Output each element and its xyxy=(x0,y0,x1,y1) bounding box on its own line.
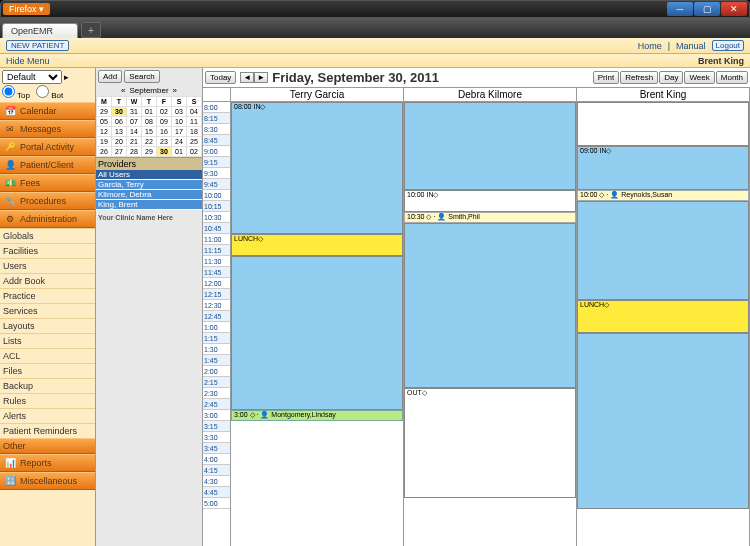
time-slot[interactable]: 11:15 xyxy=(203,245,230,256)
calendar-event[interactable]: 10:00 ◇ · 👤 Reynolds,Susan xyxy=(577,190,749,201)
sidebar-other-header[interactable]: Other xyxy=(0,438,95,454)
cal-day[interactable]: 01 xyxy=(172,147,187,157)
time-slot[interactable]: 8:00 xyxy=(203,102,230,113)
cal-day[interactable]: 09 xyxy=(157,117,172,127)
provider-column-body[interactable]: 09:00 IN◇10:00 ◇ · 👤 Reynolds,SusanLUNCH… xyxy=(577,102,749,542)
new-patient-button[interactable]: NEW PATIENT xyxy=(6,40,69,51)
sidebar-item[interactable]: Facilities xyxy=(0,243,95,258)
sidebar-item[interactable]: ⚙Administration xyxy=(0,210,95,228)
cal-day[interactable]: 12 xyxy=(97,127,112,137)
time-slot[interactable]: 1:45 xyxy=(203,355,230,366)
cal-day[interactable]: 24 xyxy=(172,137,187,147)
cal-day[interactable]: 22 xyxy=(142,137,157,147)
bot-radio[interactable]: Bot xyxy=(36,85,63,100)
sidebar-item[interactable]: Globals xyxy=(0,228,95,243)
cal-day[interactable]: 29 xyxy=(142,147,157,157)
calendar-event[interactable]: 08:00 IN◇ xyxy=(231,102,403,234)
time-slot[interactable]: 2:15 xyxy=(203,377,230,388)
manual-link[interactable]: Manual xyxy=(676,41,706,51)
sidebar-item[interactable]: Addr Book xyxy=(0,273,95,288)
provider-item[interactable]: All Users xyxy=(96,170,202,180)
window-minimize[interactable]: ─ xyxy=(667,2,693,16)
cal-day[interactable]: 27 xyxy=(112,147,127,157)
time-slot[interactable]: 9:30 xyxy=(203,168,230,179)
cal-day[interactable]: 05 xyxy=(97,117,112,127)
provider-column-body[interactable]: 10:00 IN◇10:30 ◇ · 👤 Smith,PhilOUT◇ xyxy=(404,102,576,542)
theme-select[interactable]: Default xyxy=(2,70,62,84)
calendar-event[interactable]: 3:00 ◇ · 👤 Montgomery,Lindsay xyxy=(231,410,403,421)
search-button[interactable]: Search xyxy=(124,70,159,83)
print-button[interactable]: Print xyxy=(593,71,619,84)
mini-calendar[interactable]: MTWTFSS293031010203040506070809101112131… xyxy=(96,96,202,157)
time-slot[interactable]: 8:45 xyxy=(203,135,230,146)
sidebar-item[interactable]: 📊Reports xyxy=(0,454,95,472)
time-slot[interactable]: 12:15 xyxy=(203,289,230,300)
provider-column-header[interactable]: Brent King xyxy=(577,88,749,102)
time-slot[interactable]: 11:45 xyxy=(203,267,230,278)
provider-item[interactable]: King, Brent xyxy=(96,200,202,210)
sidebar-item[interactable]: ✉Messages xyxy=(0,120,95,138)
week-view-button[interactable]: Week xyxy=(684,71,714,84)
time-slot[interactable]: 8:30 xyxy=(203,124,230,135)
time-slot[interactable]: 11:30 xyxy=(203,256,230,267)
sidebar-item[interactable]: 🔑Portal Activity xyxy=(0,138,95,156)
time-slot[interactable]: 1:00 xyxy=(203,322,230,333)
calendar-event[interactable]: LUNCH◇ xyxy=(231,234,403,256)
home-link[interactable]: Home xyxy=(638,41,662,51)
calendar-event[interactable] xyxy=(231,256,403,410)
calendar-event[interactable]: 10:00 IN◇ xyxy=(404,190,576,212)
cal-day[interactable]: 17 xyxy=(172,127,187,137)
new-tab-button[interactable]: + xyxy=(81,22,101,38)
sidebar-item[interactable]: Layouts xyxy=(0,318,95,333)
hide-menu-link[interactable]: Hide Menu xyxy=(6,56,50,66)
time-slot[interactable]: 3:15 xyxy=(203,421,230,432)
sidebar-item[interactable]: 📅Calendar xyxy=(0,102,95,120)
calendar-event[interactable]: LUNCH◇ xyxy=(577,300,749,333)
time-slot[interactable]: 4:15 xyxy=(203,465,230,476)
select-toggle-icon[interactable]: ▸ xyxy=(64,72,69,82)
calendar-event[interactable] xyxy=(577,333,749,509)
provider-item[interactable]: Kilmore, Debra xyxy=(96,190,202,200)
add-button[interactable]: Add xyxy=(98,70,122,83)
time-slot[interactable]: 5:00 xyxy=(203,498,230,509)
time-slot[interactable]: 12:30 xyxy=(203,300,230,311)
cal-day[interactable]: 04 xyxy=(187,107,202,117)
cal-day[interactable]: 23 xyxy=(157,137,172,147)
next-day-button[interactable]: ► xyxy=(254,72,268,83)
cal-day[interactable]: 29 xyxy=(97,107,112,117)
cal-day[interactable]: 26 xyxy=(97,147,112,157)
time-slot[interactable]: 10:30 xyxy=(203,212,230,223)
window-maximize[interactable]: ▢ xyxy=(694,2,720,16)
time-slot[interactable]: 10:15 xyxy=(203,201,230,212)
cal-day[interactable]: 19 xyxy=(97,137,112,147)
time-slot[interactable]: 1:15 xyxy=(203,333,230,344)
sidebar-item[interactable]: Files xyxy=(0,363,95,378)
time-slot[interactable]: 4:30 xyxy=(203,476,230,487)
top-radio[interactable]: Top xyxy=(2,85,30,100)
sidebar-item[interactable]: 💵Fees xyxy=(0,174,95,192)
cal-day[interactable]: 16 xyxy=(157,127,172,137)
cal-day[interactable]: 21 xyxy=(127,137,142,147)
time-slot[interactable]: 9:45 xyxy=(203,179,230,190)
sidebar-item[interactable]: Practice xyxy=(0,288,95,303)
time-slot[interactable]: 10:45 xyxy=(203,223,230,234)
time-slot[interactable]: 8:15 xyxy=(203,113,230,124)
cal-day[interactable]: 15 xyxy=(142,127,157,137)
cal-day[interactable]: 20 xyxy=(112,137,127,147)
time-slot[interactable]: 10:00 xyxy=(203,190,230,201)
firefox-button[interactable]: Firefox▾ xyxy=(3,3,50,15)
month-view-button[interactable]: Month xyxy=(716,71,748,84)
sidebar-item[interactable]: 🔣Miscellaneous xyxy=(0,472,95,490)
browser-tab[interactable]: OpenEMR xyxy=(2,23,78,38)
calendar-event[interactable]: 09:00 IN◇ xyxy=(577,146,749,190)
time-slot[interactable]: 2:00 xyxy=(203,366,230,377)
next-month-icon[interactable]: » xyxy=(173,86,177,95)
time-slot[interactable]: 4:45 xyxy=(203,487,230,498)
provider-item[interactable]: Garcia, Terry xyxy=(96,180,202,190)
calendar-event[interactable] xyxy=(404,102,576,190)
logout-button[interactable]: Logout xyxy=(712,40,744,51)
time-slot[interactable]: 2:30 xyxy=(203,388,230,399)
time-slot[interactable]: 2:45 xyxy=(203,399,230,410)
cal-day[interactable]: 18 xyxy=(187,127,202,137)
sidebar-item[interactable]: Lists xyxy=(0,333,95,348)
